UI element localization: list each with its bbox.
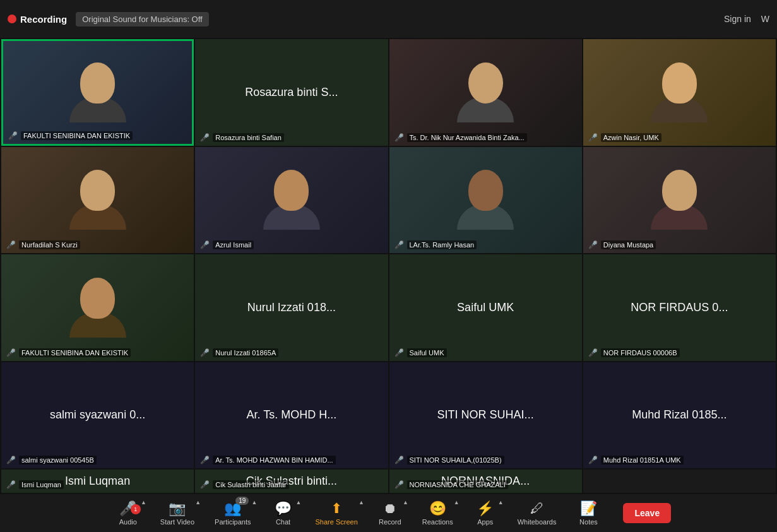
cell-name-12: NOR FIRDAUS 00006B <box>601 348 680 357</box>
cell-center-name-10: Nurul Izzati 018... <box>242 296 341 319</box>
apps-button[interactable]: ⚡ ▲ Apps <box>463 494 507 532</box>
video-cell-1[interactable]: 🎤 FAKULTI SENIBINA DAN EKISTIK <box>1 39 194 146</box>
cell-label-7: 🎤 LAr.Ts. Ramly Hasan <box>394 240 577 249</box>
video-cell-11[interactable]: Saiful UMK 🎤 Saiful UMK <box>389 254 582 361</box>
audio-label: Audio <box>119 518 137 526</box>
cell-name-1: FAKULTI SENIBINA DAN EKISTIK <box>21 131 133 140</box>
reactions-caret[interactable]: ▲ <box>454 499 460 505</box>
cell-name-15: SITI NOR SUHAILA,(01025B) <box>407 456 504 464</box>
cell-center-name-15: SITI NOR SUHAI... <box>432 403 539 427</box>
video-cell-4[interactable]: 🎤 Azwin Nasir, UMK <box>583 39 776 146</box>
mic-icon-17: 🎤 <box>6 480 16 489</box>
toolbar: 1 🎤 ▲ Audio 📷 ▲ Start Video 👥 19 ▲ Parti… <box>0 494 777 532</box>
mic-icon-13: 🎤 <box>6 456 16 464</box>
cell-name-2: Rosazura binti Safian <box>213 133 284 142</box>
video-face-1 <box>3 41 192 144</box>
cell-center-name-13: salmi syazwani 0... <box>45 403 150 427</box>
participants-label: Participants <box>215 518 251 526</box>
apps-caret[interactable]: ▲ <box>498 499 504 505</box>
participants-caret[interactable]: ▲ <box>252 499 258 505</box>
mic-icon-10: 🎤 <box>200 348 210 357</box>
apps-label: Apps <box>477 518 493 526</box>
video-cell-9[interactable]: 🎤 FAKULTI SENIBINA DAN EKISTIK <box>1 254 194 361</box>
cell-label-17: 🎤 Ismi Luqman <box>6 480 189 489</box>
video-label: Start Video <box>160 518 194 526</box>
video-button[interactable]: 📷 ▲ Start Video <box>150 494 205 532</box>
video-cell-17[interactable]: Ismi Luqman 🎤 Ismi Luqman <box>1 470 194 493</box>
cell-label-11: 🎤 Saiful UMK <box>394 348 577 357</box>
audio-button[interactable]: 1 🎤 ▲ Audio <box>106 494 150 532</box>
mic-icon-14: 🎤 <box>200 456 210 464</box>
video-face-7 <box>389 147 582 254</box>
video-face-3 <box>389 39 582 146</box>
cell-name-5: Nurfadilah S Kurzi <box>19 240 80 249</box>
video-cell-10[interactable]: Nurul Izzati 018... 🎤 Nurul Izzati 01865… <box>195 254 388 361</box>
chat-button[interactable]: 💬 ▲ Chat <box>261 494 305 532</box>
record-label: Record <box>379 518 401 526</box>
record-icon: ⏺ <box>383 500 397 517</box>
video-cell-2[interactable]: Rosazura binti S... 🎤 Rosazura binti Saf… <box>195 39 388 146</box>
reactions-button[interactable]: 😊 ▲ Reactions <box>412 494 463 532</box>
video-cell-12[interactable]: NOR FIRDAUS 0... 🎤 NOR FIRDAUS 00006B <box>583 254 776 361</box>
whiteboards-button[interactable]: 🖊 Whiteboards <box>507 494 567 532</box>
notes-button[interactable]: 📝 Notes <box>566 494 610 532</box>
cell-label-15: 🎤 SITI NOR SUHAILA,(01025B) <box>394 456 577 464</box>
cell-name-13: salmi syazwani 00545B <box>19 456 97 464</box>
mic-icon-16: 🎤 <box>588 456 598 464</box>
cell-label-2: 🎤 Rosazura binti Safian <box>200 133 383 142</box>
mic-icon-2: 🎤 <box>200 133 210 142</box>
mic-icon-3: 🎤 <box>394 133 404 142</box>
mic-icon-4: 🎤 <box>588 133 598 142</box>
record-caret[interactable]: ▲ <box>403 499 408 505</box>
video-cell-5[interactable]: 🎤 Nurfadilah S Kurzi <box>1 147 194 254</box>
whiteboards-icon: 🖊 <box>530 500 544 517</box>
cell-center-name-11: Saiful UMK <box>452 296 519 319</box>
cell-name-8: Diyana Mustapa <box>601 240 656 249</box>
audio-badge: 1 <box>131 504 141 514</box>
cell-name-3: Ts. Dr. Nik Nur Azwanida Binti Zaka... <box>407 133 527 142</box>
video-cell-3[interactable]: 🎤 Ts. Dr. Nik Nur Azwanida Binti Zaka... <box>389 39 582 146</box>
cell-name-9: FAKULTI SENIBINA DAN EKISTIK <box>19 348 131 357</box>
participants-button[interactable]: 👥 19 ▲ Participants <box>205 494 261 532</box>
video-caret[interactable]: ▲ <box>195 499 201 505</box>
share-screen-button[interactable]: ⬆ ▲ Share Screen <box>305 494 368 532</box>
video-cell-8[interactable]: 🎤 Diyana Mustapa <box>583 147 776 254</box>
cell-name-4: Azwin Nasir, UMK <box>601 133 661 142</box>
mic-icon-1: 🎤 <box>8 131 18 140</box>
w-button[interactable]: W <box>761 14 769 24</box>
cell-label-18: 🎤 Cik Sulastri binti Jaafar <box>200 480 383 489</box>
cell-center-name-2: Rosazura binti S... <box>240 81 343 104</box>
video-cell-16[interactable]: Muhd Rizal 0185... 🎤 Muhd Rizal 01851A U… <box>583 362 776 469</box>
leave-button[interactable]: Leave <box>623 503 671 523</box>
mic-icon-15: 🎤 <box>394 456 404 464</box>
cell-label-3: 🎤 Ts. Dr. Nik Nur Azwanida Binti Zaka... <box>394 133 577 142</box>
share-caret[interactable]: ▲ <box>359 499 364 505</box>
chat-caret[interactable]: ▲ <box>296 499 302 505</box>
topbar: Recording Original Sound for Musicians: … <box>0 0 777 38</box>
cell-label-9: 🎤 FAKULTI SENIBINA DAN EKISTIK <box>6 348 189 357</box>
video-cell-14[interactable]: Ar. Ts. MOHD H... 🎤 Ar. Ts. MOHD HAZWAN … <box>195 362 388 469</box>
recording-badge: Recording <box>8 14 67 25</box>
mic-icon-19: 🎤 <box>394 480 404 489</box>
video-cell-19[interactable]: NORNIASNIDA... 🎤 NORNIASNIDA CHE GHAZALI <box>389 470 582 493</box>
recording-label: Recording <box>20 14 67 25</box>
sound-badge[interactable]: Original Sound for Musicians: Off <box>76 12 209 27</box>
signin-link[interactable]: Sign in <box>724 14 751 24</box>
video-cell-15[interactable]: SITI NOR SUHAI... 🎤 SITI NOR SUHAILA,(01… <box>389 362 582 469</box>
chat-label: Chat <box>276 518 290 526</box>
cell-label-6: 🎤 Azrul Ismail <box>200 240 383 249</box>
video-cell-18[interactable]: Cik Sulastri binti... 🎤 Cik Sulastri bin… <box>195 470 388 493</box>
video-face-8 <box>583 147 776 254</box>
mic-icon-8: 🎤 <box>588 240 598 249</box>
apps-icon: ⚡ <box>477 500 494 517</box>
cell-label-19: 🎤 NORNIASNIDA CHE GHAZALI <box>394 480 577 489</box>
audio-caret[interactable]: ▲ <box>141 499 146 505</box>
video-cell-13[interactable]: salmi syazwani 0... 🎤 salmi syazwani 005… <box>1 362 194 469</box>
video-face-6 <box>195 147 388 254</box>
mic-icon-11: 🎤 <box>394 348 404 357</box>
video-cell-7[interactable]: 🎤 LAr.Ts. Ramly Hasan <box>389 147 582 254</box>
cell-name-7: LAr.Ts. Ramly Hasan <box>407 240 477 249</box>
mic-icon-6: 🎤 <box>200 240 210 249</box>
record-button[interactable]: ⏺ ▲ Record <box>368 494 412 532</box>
video-cell-6[interactable]: 🎤 Azrul Ismail <box>195 147 388 254</box>
